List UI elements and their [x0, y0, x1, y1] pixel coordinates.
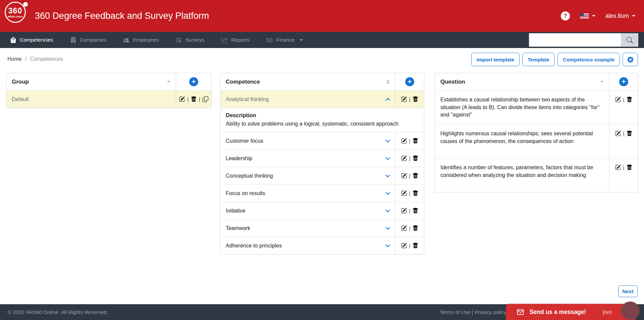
chat-widget[interactable]: Send us a message! jivo [506, 304, 635, 320]
competence-description: Description Ability to solve problems us… [220, 108, 424, 132]
app-logo[interactable]: 360 HR360.Online [5, 2, 28, 25]
competence-row[interactable]: Conceptual thinking | [220, 167, 424, 184]
chevron-down-icon [300, 39, 303, 41]
delete-icon[interactable] [413, 243, 418, 248]
question-add-cell: + [609, 73, 638, 90]
page-toolbar: Import template Template Competence exam… [471, 53, 638, 66]
nav-item-finance[interactable]: Finance [258, 32, 311, 48]
delete-icon[interactable] [413, 155, 418, 161]
nav-item-surveys[interactable]: Surveys [167, 32, 213, 48]
edit-icon[interactable] [401, 155, 407, 161]
edit-icon[interactable] [401, 190, 407, 196]
separator: | [409, 155, 411, 161]
sort-caret-icon [167, 81, 170, 83]
chevron-down-icon [632, 15, 635, 17]
competence-row[interactable]: Teamwork | [220, 219, 424, 237]
chevron-up-icon[interactable] [385, 97, 390, 102]
delete-icon[interactable] [413, 173, 418, 179]
sort-control[interactable] [167, 73, 170, 90]
competence-row-expanded[interactable]: Analytical thinking | [220, 90, 424, 108]
separator: | [187, 96, 189, 102]
settings-button[interactable] [623, 53, 638, 66]
search-button[interactable] [621, 33, 638, 47]
sort-control[interactable] [600, 73, 604, 90]
question-row[interactable]: Highlights numerous causal relationships… [435, 124, 638, 158]
template-button[interactable]: Template [522, 53, 555, 66]
footer-links[interactable]: Terms of Use | Privacy policy [440, 304, 506, 320]
language-selector[interactable] [580, 13, 595, 19]
add-question-button[interactable]: + [619, 77, 628, 86]
nav-item-companies[interactable]: Companies [62, 32, 115, 48]
question-row[interactable]: Establishes a causal relationship betwee… [435, 90, 638, 124]
copy-icon[interactable] [203, 96, 208, 102]
add-competence-button[interactable]: + [405, 77, 414, 86]
help-icon[interactable]: ? [561, 11, 570, 20]
edit-icon[interactable] [615, 131, 621, 136]
flag-canton [580, 13, 584, 16]
competence-panel-header: Competence + [220, 73, 424, 90]
question-panel-header: Question + [435, 73, 638, 90]
edit-icon[interactable] [401, 138, 407, 144]
competence-panel: Competence + Analytical thinking | Descr… [220, 73, 424, 255]
sort-caret-down-icon [386, 82, 390, 84]
sort-caret-up-icon [386, 80, 390, 81]
logo-text: 360 [8, 7, 22, 15]
breadcrumb: Home / Competences [7, 56, 63, 62]
edit-icon[interactable] [401, 173, 407, 179]
chevron-down-icon[interactable] [385, 156, 390, 161]
chat-avatar-bubble[interactable] [621, 302, 640, 320]
edit-icon[interactable] [401, 208, 407, 214]
chat-message: Send us a message! [530, 309, 586, 316]
delete-icon[interactable] [413, 138, 418, 144]
nav-item-reports[interactable]: Reports [213, 32, 258, 48]
separator: | [409, 190, 411, 196]
edit-icon[interactable] [401, 225, 407, 231]
group-row-default[interactable]: Default | | [6, 90, 211, 108]
separator: | [409, 173, 411, 179]
competence-row[interactable]: Adherence to principles | [220, 237, 424, 254]
nav-item-employees[interactable]: Employees [115, 32, 167, 48]
nav-item-competencies[interactable]: Competencies [2, 32, 62, 48]
edit-icon[interactable] [615, 165, 621, 170]
question-panel-title: Question [435, 73, 465, 90]
competence-row[interactable]: Leadership | [220, 149, 424, 167]
competence-row[interactable]: Customer focus | [220, 132, 424, 149]
delete-icon[interactable] [413, 225, 418, 231]
delete-icon[interactable] [413, 96, 418, 102]
chevron-down-icon[interactable] [385, 243, 390, 248]
edit-icon[interactable] [401, 96, 407, 102]
breadcrumb-home-link[interactable]: Home [7, 56, 22, 62]
delete-icon[interactable] [413, 208, 418, 214]
separator: | [409, 96, 411, 102]
competence-row[interactable]: Initiative | [220, 202, 424, 219]
sort-control[interactable] [386, 73, 390, 90]
competence-row[interactable]: Focus on results | [220, 184, 424, 202]
logo-subtext: HR360.Online [8, 15, 23, 18]
edit-icon[interactable] [179, 96, 185, 102]
chevron-down-icon[interactable] [385, 138, 390, 144]
competence-name: Leadership [226, 155, 252, 162]
delete-icon[interactable] [627, 165, 632, 170]
edit-icon[interactable] [615, 97, 621, 102]
chevron-down-icon[interactable] [385, 226, 390, 231]
clipboard-check-icon [10, 37, 16, 43]
user-menu[interactable]: alex.tlum [605, 12, 635, 19]
delete-icon[interactable] [413, 190, 418, 196]
separator: | [623, 97, 625, 102]
delete-icon[interactable] [627, 131, 632, 136]
edit-icon[interactable] [401, 243, 407, 248]
next-button[interactable]: Next [618, 285, 638, 297]
chat-brand: jivo [603, 309, 612, 315]
delete-icon[interactable] [191, 96, 197, 102]
competence-panel-title: Competence [220, 73, 260, 90]
chevron-down-icon[interactable] [385, 208, 390, 214]
sort-caret-icon [600, 81, 604, 83]
import-template-button[interactable]: Import template [471, 53, 520, 66]
delete-icon[interactable] [627, 97, 632, 102]
chevron-down-icon[interactable] [385, 173, 390, 179]
chevron-down-icon[interactable] [385, 191, 390, 196]
question-row[interactable]: Identifies a number of features, paramet… [435, 158, 638, 192]
competence-example-button[interactable]: Competence example [557, 53, 620, 66]
search-input[interactable] [529, 33, 621, 47]
add-group-button[interactable]: + [189, 77, 198, 86]
